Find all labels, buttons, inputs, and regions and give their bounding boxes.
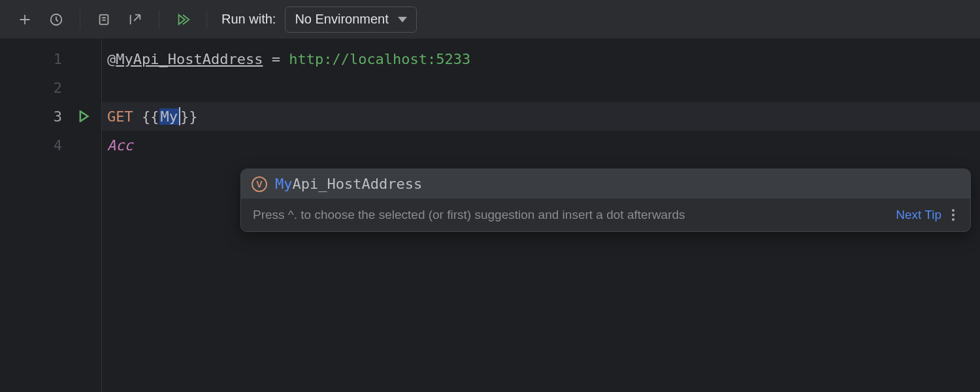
structure-icon[interactable]: [91, 7, 117, 33]
hint-text: Press ^. to choose the selected (or firs…: [253, 208, 889, 222]
toolbar: Run with: No Environment: [0, 0, 980, 39]
import-icon[interactable]: [122, 7, 148, 33]
chevron-down-icon: [398, 15, 407, 24]
gutter: 1 2 3 4: [0, 39, 102, 392]
gutter-row: 1: [0, 44, 101, 73]
popup-hint-bar: Press ^. to choose the selected (or firs…: [241, 199, 970, 231]
line-number: 3: [54, 108, 62, 125]
line-number: 4: [54, 137, 62, 154]
code-line: @MyApi_HostAddress = http://localhost:52…: [107, 44, 980, 73]
separator: [206, 10, 207, 29]
run-with-label: Run with:: [221, 12, 276, 27]
history-icon[interactable]: [43, 7, 69, 33]
add-icon[interactable]: [12, 7, 38, 33]
separator: [159, 10, 159, 29]
svg-point-3: [952, 214, 955, 216]
separator: [80, 10, 80, 29]
next-tip-link[interactable]: Next Tip: [896, 208, 941, 222]
run-line-icon[interactable]: [78, 110, 90, 122]
code-line: [107, 73, 980, 102]
more-icon[interactable]: [948, 209, 958, 221]
gutter-row: 3: [0, 102, 101, 131]
autocomplete-popup: V MyApi_HostAddress Press ^. to choose t…: [240, 169, 971, 232]
svg-point-2: [952, 209, 955, 212]
environment-dropdown[interactable]: No Environment: [285, 7, 416, 33]
gutter-row: 4: [0, 131, 101, 159]
environment-value: No Environment: [295, 12, 388, 27]
autocomplete-text: MyApi_HostAddress: [275, 176, 422, 192]
line-number: 2: [54, 80, 62, 96]
code-line: Acc: [107, 131, 980, 159]
code-line-active: GET {{My}}: [102, 102, 980, 131]
variable-icon: V: [252, 176, 267, 192]
line-number: 1: [54, 51, 62, 67]
gutter-row: 2: [0, 73, 101, 102]
code-area[interactable]: @MyApi_HostAddress = http://localhost:52…: [102, 39, 980, 392]
run-all-icon[interactable]: [170, 7, 196, 33]
svg-point-4: [952, 218, 955, 221]
autocomplete-item[interactable]: V MyApi_HostAddress: [241, 169, 970, 199]
editor: 1 2 3 4 @MyApi_HostAddress = http://loca…: [0, 39, 980, 392]
